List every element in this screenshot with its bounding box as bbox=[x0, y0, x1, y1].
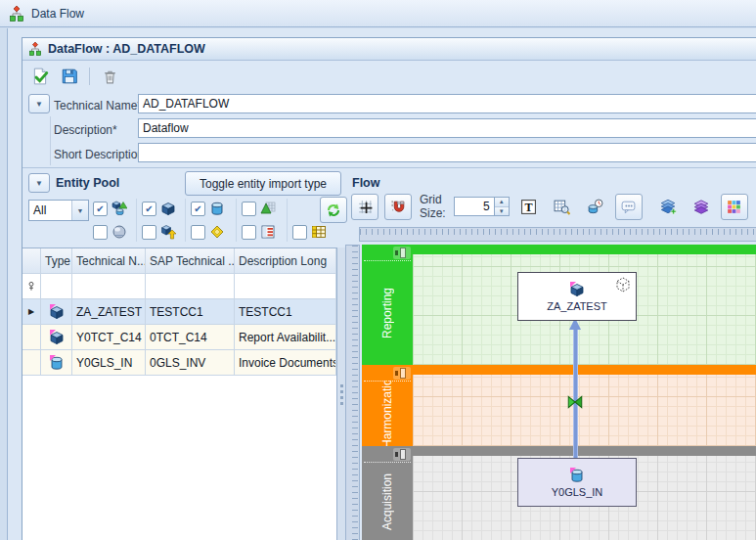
filter-sphere-provider bbox=[93, 224, 127, 240]
master-table-checkbox[interactable] bbox=[292, 225, 307, 240]
dataflow-icon bbox=[28, 42, 42, 56]
cell-technical-name[interactable]: Y0TCT_C14 bbox=[72, 325, 146, 350]
technical-name-label: Technical Name* bbox=[54, 96, 142, 115]
cell-technical-name[interactable]: Y0GLS_IN bbox=[72, 350, 146, 376]
section-separator bbox=[22, 167, 756, 168]
table-row[interactable]: ▶ ZA_ZATEST TESTCC1 TESTCC1 bbox=[22, 299, 336, 325]
sphere-provider-checkbox[interactable] bbox=[93, 225, 108, 240]
composite-provider-checkbox[interactable] bbox=[93, 202, 108, 216]
entity-pool-collapse-button[interactable]: ▼ bbox=[28, 173, 50, 193]
entity-type-select[interactable]: All ▼ bbox=[28, 200, 89, 221]
form-collapse-button[interactable]: ▼ bbox=[28, 94, 50, 113]
description-input[interactable] bbox=[138, 118, 756, 138]
delete-button[interactable] bbox=[100, 67, 119, 86]
cube-export-checkbox[interactable] bbox=[142, 225, 156, 240]
snap-to-guides-button[interactable] bbox=[384, 194, 412, 220]
grid-size-stepper: ▲ ▼ bbox=[454, 197, 510, 216]
filter-infoobject bbox=[191, 224, 225, 240]
grid-size-label: Grid Size: bbox=[420, 193, 446, 220]
header-technical-name[interactable]: Technical N... bbox=[72, 248, 146, 274]
filter-cube-export bbox=[142, 224, 176, 240]
node-y0gls-in[interactable]: Y0GLS_IN bbox=[517, 458, 637, 507]
infoobject-icon bbox=[209, 224, 225, 240]
text-icon: T bbox=[520, 199, 537, 215]
cube-export-icon bbox=[160, 224, 176, 240]
lane-resize-handle-icon[interactable] bbox=[393, 247, 411, 259]
find-entity-button[interactable] bbox=[549, 194, 576, 220]
flow-canvas[interactable]: Reporting Harmonizatio Acquisition bbox=[362, 245, 756, 540]
short-description-label: Short Description bbox=[54, 145, 144, 164]
cell-description-long[interactable]: TESTCC1 bbox=[235, 299, 336, 325]
dataflow-icon bbox=[9, 6, 24, 22]
cell-sap-technical-name[interactable]: 0TCT_C14 bbox=[146, 325, 235, 350]
form-guide-line bbox=[50, 116, 51, 165]
cell-sap-technical-name[interactable]: TESTCC1 bbox=[146, 299, 235, 325]
report-table-checkbox[interactable] bbox=[242, 225, 256, 240]
entity-pool-table: Type Technical N... SAP Technical ... De… bbox=[22, 248, 337, 540]
lane-label: Harmonizatio bbox=[362, 381, 413, 446]
cell-sap-technical-name[interactable]: 0GLS_INV bbox=[146, 350, 235, 376]
row-indicator bbox=[22, 325, 41, 350]
dotted-cube-icon bbox=[615, 277, 631, 292]
data-load-icon bbox=[587, 199, 603, 215]
table-row[interactable]: Y0GLS_IN 0GLS_INV Invoice Documents bbox=[22, 350, 336, 376]
lane-header[interactable]: Harmonizatio bbox=[362, 365, 413, 446]
spin-up-icon[interactable]: ▲ bbox=[495, 198, 509, 206]
panel-title: DataFlow : AD_DATAFLOW bbox=[48, 42, 205, 56]
row-indicator bbox=[22, 350, 41, 376]
short-description-input[interactable] bbox=[138, 143, 756, 162]
infoobject-checkbox[interactable] bbox=[191, 225, 205, 240]
header-sap-technical-name[interactable]: SAP Technical ... bbox=[146, 248, 235, 274]
transformation-icon[interactable] bbox=[566, 393, 584, 411]
color-lanes-button[interactable] bbox=[721, 194, 748, 220]
cell-technical-name[interactable]: ZA_ZATEST bbox=[72, 299, 146, 325]
spin-down-icon[interactable]: ▼ bbox=[495, 206, 509, 216]
lane-top-bar bbox=[362, 446, 756, 456]
add-text-button[interactable]: T bbox=[515, 194, 543, 220]
toggle-entity-import-type-button[interactable]: Toggle entity import type bbox=[185, 171, 341, 196]
add-layer-button[interactable] bbox=[654, 194, 682, 220]
technical-name-input[interactable] bbox=[138, 94, 756, 113]
header-description-long[interactable]: Description Long bbox=[235, 248, 336, 274]
window-titlebar: Data Flow bbox=[0, 0, 756, 27]
lane-header[interactable]: Acquisition bbox=[362, 446, 413, 540]
infocube-icon bbox=[41, 325, 72, 350]
lane-body[interactable] bbox=[413, 375, 756, 446]
infocube-icon bbox=[569, 282, 585, 297]
table-row[interactable]: Y0TCT_C14 0TCT_C14 Report Availabilit... bbox=[22, 325, 336, 350]
show-comments-button[interactable] bbox=[615, 194, 643, 220]
header-type[interactable]: Type bbox=[41, 248, 72, 274]
layers-icon bbox=[692, 198, 710, 215]
data-load-button[interactable] bbox=[582, 194, 609, 220]
virtual-provider-checkbox[interactable] bbox=[242, 202, 256, 216]
node-za-zatest[interactable]: ZA_ZATEST bbox=[517, 272, 637, 321]
add-layer-icon bbox=[659, 198, 677, 215]
panel-toolbar bbox=[30, 64, 119, 89]
comment-icon bbox=[620, 199, 637, 215]
activate-button[interactable] bbox=[30, 67, 50, 86]
datastore-checkbox[interactable] bbox=[191, 202, 205, 216]
filter-cell[interactable] bbox=[146, 274, 235, 299]
grid-size-input[interactable] bbox=[454, 197, 495, 216]
lane-label: Acquisition bbox=[362, 462, 413, 540]
chevron-down-icon[interactable]: ▼ bbox=[71, 201, 88, 220]
lane-resize-handle-icon[interactable] bbox=[393, 448, 411, 461]
current-row-marker-icon: ▶ bbox=[28, 307, 34, 316]
flow-title: Flow bbox=[352, 176, 379, 190]
datastore-icon bbox=[209, 201, 225, 216]
cell-description-long[interactable]: Invoice Documents bbox=[235, 350, 336, 376]
snap-grid-button[interactable] bbox=[351, 194, 378, 220]
cell-description-long[interactable]: Report Availabilit... bbox=[235, 325, 336, 350]
infocube-checkbox[interactable] bbox=[142, 202, 156, 216]
lane-resize-handle-icon[interactable] bbox=[393, 367, 411, 380]
filter-cell[interactable] bbox=[41, 274, 72, 299]
filter-cell[interactable] bbox=[72, 274, 146, 299]
save-button[interactable] bbox=[60, 67, 79, 86]
filter-report-table bbox=[242, 224, 276, 240]
description-label: Description* bbox=[54, 120, 117, 140]
refresh-button[interactable] bbox=[320, 197, 347, 223]
filter-cell[interactable] bbox=[235, 274, 336, 299]
lane-header[interactable]: Reporting bbox=[362, 245, 413, 365]
layers-button[interactable] bbox=[688, 194, 715, 220]
row-indicator: ▶ bbox=[22, 299, 41, 325]
